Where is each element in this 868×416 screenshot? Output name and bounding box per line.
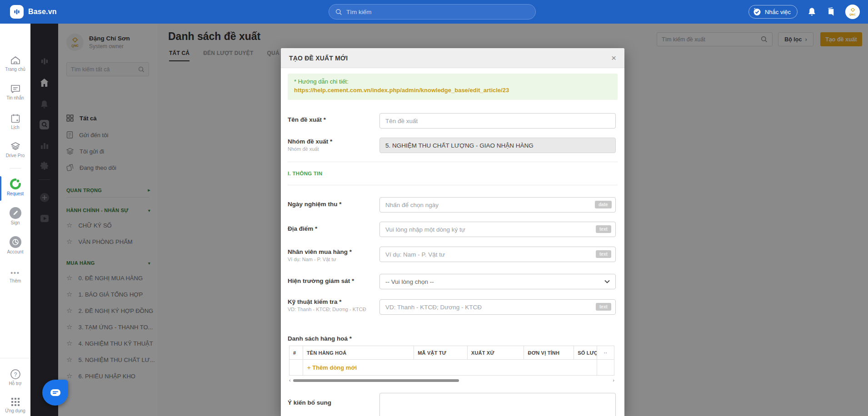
- rail-divider: [10, 168, 21, 168]
- home-icon: [10, 55, 21, 65]
- app-rail: Trang chủ Tin nhắn Lịch Drive Pro Reques…: [0, 24, 30, 416]
- field-sublabel: Ví dụ: Nam - P. Vật tư: [288, 257, 377, 262]
- rail-item-sign[interactable]: Sign: [0, 207, 30, 225]
- search-icon: [335, 9, 342, 15]
- more-dots-icon: •••: [10, 269, 20, 277]
- goods-table-header: # TÊN HÀNG HOÁ MÃ VẬT TƯ XUẤT XỨ ĐƠN VỊ …: [289, 346, 614, 360]
- navbar-actions: Nhắc việc QNC: [748, 0, 860, 24]
- notes-icon[interactable]: [826, 7, 835, 16]
- field-type-badge: text: [596, 225, 611, 233]
- section-title-thong-tin: I. THÔNG TIN: [288, 171, 322, 176]
- col-so-luong: SỐ LƯỢNG: [574, 346, 597, 359]
- field-label-nhom-de-xuat: Nhóm đề xuất * Nhóm đề xuất: [288, 138, 377, 152]
- top-navbar: Base.vn Tìm kiếm Nhắc việc QNC: [0, 0, 868, 24]
- rail-item-drive-pro[interactable]: Drive Pro: [0, 142, 30, 158]
- reminder-button[interactable]: Nhắc việc: [748, 5, 798, 19]
- col-ten-hang-hoa: TÊN HÀNG HOÁ: [303, 346, 414, 359]
- account-icon: [10, 236, 21, 248]
- bell-icon[interactable]: [808, 7, 816, 16]
- chat-bubble-icon: [50, 388, 61, 398]
- field-type-badge: date: [595, 201, 612, 208]
- create-proposal-modal: TẠO ĐỀ XUẤT MỚI × * Hướng dẫn chi tiết: …: [281, 48, 624, 416]
- chat-fab-button[interactable]: [42, 380, 68, 406]
- goods-table: # TÊN HÀNG HOÁ MÃ VẬT TƯ XUẤT XỨ ĐƠN VỊ …: [289, 346, 614, 376]
- app-root: QNC Đặng Chí Sơn System owner Tìm kiếm t…: [0, 0, 868, 416]
- ten-de-xuat-input[interactable]: [379, 113, 616, 129]
- user-avatar[interactable]: QNC: [845, 5, 860, 19]
- col-don-vi-tinh: ĐƠN VỊ TÍNH: [524, 346, 574, 359]
- modal-header: TẠO ĐỀ XUẤT MỚI ×: [281, 48, 624, 68]
- guide-link[interactable]: https://help.cement.com.vn/index.php/adm…: [294, 87, 611, 94]
- section-divider: [288, 162, 618, 162]
- col-more[interactable]: ··: [597, 346, 614, 359]
- dia-diem-input[interactable]: [379, 222, 616, 237]
- chevron-down-icon: [604, 280, 610, 283]
- sign-pencil-icon: [10, 207, 21, 219]
- nhom-de-xuat-input: [379, 138, 616, 153]
- apps-grid-icon: [10, 397, 20, 407]
- base-logo-icon: [10, 5, 24, 19]
- drive-stack-icon: [10, 142, 21, 152]
- ngay-nghiem-thu-input[interactable]: [379, 197, 616, 213]
- scrollbar-thumb[interactable]: [293, 379, 459, 382]
- field-label-danh-sach-hang-hoa: Danh sách hàng hoá *: [288, 335, 377, 342]
- field-sublabel: VD: Thanh - KTCĐ; Dương - KTCĐ: [288, 307, 377, 312]
- rail-footer-divider: [0, 358, 30, 358]
- rail-item-lich[interactable]: Lịch: [0, 114, 30, 130]
- rail-item-them[interactable]: ••• Thêm: [0, 269, 30, 283]
- y-kien-bo-sung-textarea[interactable]: [379, 393, 616, 416]
- col-ma-vat-tu: MÃ VẬT TƯ: [414, 346, 468, 359]
- request-logo-icon: [10, 178, 21, 190]
- rail-item-account[interactable]: Account: [0, 236, 30, 254]
- field-label-ten-de-xuat: Tên đề xuất *: [288, 116, 377, 123]
- field-label-dia-diem: Địa điểm *: [288, 225, 377, 232]
- hien-truong-giam-sat-select[interactable]: -- Vui lòng chọn --: [379, 274, 616, 289]
- help-icon: ?: [10, 369, 21, 380]
- svg-text:?: ?: [14, 371, 17, 378]
- field-sublabel: Nhóm đề xuất: [288, 146, 377, 152]
- col-index: #: [289, 346, 303, 359]
- field-label-hien-truong-giam-sat: Hiện trường giám sát *: [288, 277, 377, 284]
- field-type-badge: text: [596, 250, 611, 258]
- rail-item-ung-dung[interactable]: Ứng dụng: [0, 397, 30, 413]
- table-hscrollbar[interactable]: ‹ ›: [289, 378, 614, 383]
- alarm-check-icon: [753, 8, 761, 16]
- nhan-vien-mua-hang-input[interactable]: [379, 247, 616, 262]
- add-row-button[interactable]: + Thêm dòng mới: [307, 364, 357, 371]
- col-xuat-xu: XUẤT XỨ: [468, 346, 524, 359]
- modal-title: TẠO ĐỀ XUẤT MỚI: [289, 54, 611, 62]
- field-label-ngay-nghiem-thu: Ngày nghiệm thu *: [288, 201, 377, 208]
- scroll-left-icon[interactable]: ‹: [289, 377, 291, 383]
- field-label-ky-thuat-kiem-tra: Kỹ thuật kiểm tra * VD: Thanh - KTCĐ; Dư…: [288, 298, 377, 312]
- chat-icon: [10, 84, 21, 94]
- field-label-nhan-vien-mua-hang: Nhân viên mua hàng * Ví dụ: Nam - P. Vật…: [288, 248, 377, 262]
- rail-item-trang-chu[interactable]: Trang chủ: [0, 55, 30, 72]
- calendar-icon: [10, 114, 20, 124]
- guide-label: * Hướng dẫn chi tiết:: [294, 78, 611, 85]
- ky-thuat-kiem-tra-input[interactable]: [379, 299, 616, 315]
- brand-name: Base.vn: [28, 8, 57, 16]
- global-search-input[interactable]: Tìm kiếm: [329, 4, 536, 20]
- rail-item-request[interactable]: Request: [0, 178, 30, 196]
- rail-item-tin-nhan[interactable]: Tin nhắn: [0, 84, 30, 100]
- close-icon[interactable]: ×: [611, 54, 616, 62]
- field-type-badge: text: [596, 303, 611, 311]
- scroll-right-icon[interactable]: ›: [613, 377, 614, 383]
- brand[interactable]: Base.vn: [10, 5, 57, 19]
- section-divider: [288, 185, 618, 185]
- rail-item-ho-tro[interactable]: ? Hỗ trợ: [0, 369, 30, 386]
- goods-table-row: + Thêm dòng mới: [289, 360, 614, 375]
- field-label-y-kien-bo-sung: Ý kiến bổ sung: [288, 399, 377, 406]
- guide-banner: * Hướng dẫn chi tiết: https://help.cemen…: [288, 74, 618, 100]
